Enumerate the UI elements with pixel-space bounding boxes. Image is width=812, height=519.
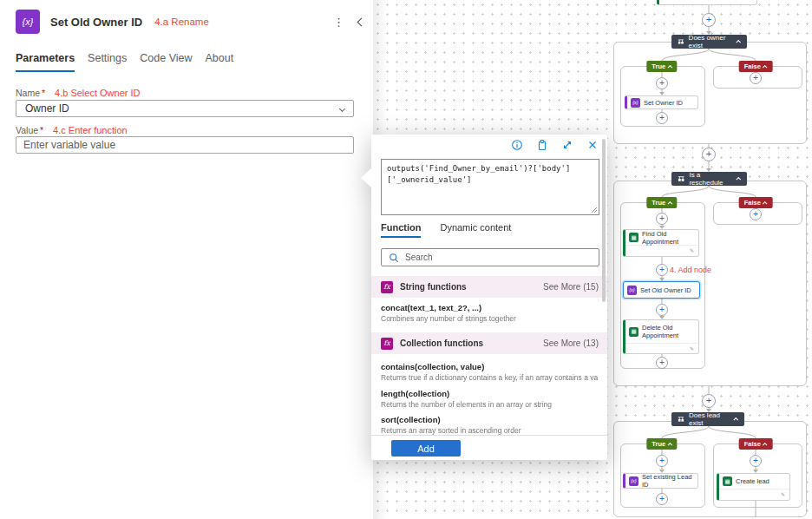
add-step-button[interactable]: + xyxy=(750,455,762,467)
collapse-icon[interactable] xyxy=(668,443,672,447)
add-step-button[interactable]: + xyxy=(656,304,668,316)
collapse-icon[interactable] xyxy=(668,201,672,206)
collapse-icon[interactable] xyxy=(763,65,767,69)
node-set-existing-lead-id[interactable]: {x}Set existing Lead ID xyxy=(623,473,698,489)
variable-icon: {x} xyxy=(629,476,638,486)
group-collection-functions[interactable]: fx Collection functions See More (13) xyxy=(371,332,607,354)
see-more-link[interactable]: See More (15) xyxy=(543,282,599,292)
function-item-concat[interactable]: concat(text_1, text_2?, ...) Combines an… xyxy=(381,303,598,323)
true-branch-badge[interactable]: True xyxy=(646,61,677,72)
collapse-icon[interactable] xyxy=(668,65,672,69)
clipboard-icon[interactable] xyxy=(536,139,548,151)
dataverse-icon: ▦ xyxy=(629,327,638,337)
collapse-panel-icon[interactable] xyxy=(357,17,366,26)
condition-node-is-a-reschedule[interactable]: Is a reschedule xyxy=(671,172,747,186)
collapse-icon[interactable] xyxy=(737,177,742,182)
add-step-button[interactable]: + xyxy=(656,112,668,124)
popup-footer-divider xyxy=(371,435,607,436)
node-label: Set Owner ID xyxy=(644,99,683,107)
add-step-button[interactable]: + xyxy=(656,455,668,467)
dataverse-icon: ▦ xyxy=(629,233,638,242)
add-step-button[interactable]: + xyxy=(656,264,668,276)
panel-header: {x} Set Old Owner ID 4.a Rename ⋮ xyxy=(16,9,364,35)
action-parameters-panel: {x} Set Old Owner ID 4.a Rename ⋮ Parame… xyxy=(0,0,373,519)
expression-line: ['_ownerid_value'] xyxy=(387,174,593,186)
collapse-icon[interactable] xyxy=(734,417,738,422)
function-item-length[interactable]: length(collection) Returns the number of… xyxy=(381,389,598,409)
add-step-button[interactable]: + xyxy=(656,213,668,225)
name-dropdown[interactable]: Owner ID xyxy=(16,100,354,117)
condition-node-does-owner-exist[interactable]: Does owner exist xyxy=(671,35,747,49)
add-step-button[interactable]: + xyxy=(702,13,716,27)
note-icon: ✎ xyxy=(690,345,694,351)
close-icon[interactable] xyxy=(586,139,599,151)
info-icon[interactable] xyxy=(511,139,523,151)
tab-settings[interactable]: Settings xyxy=(88,52,127,72)
true-branch-badge[interactable]: True xyxy=(646,438,677,450)
node-delete-old-appointment[interactable]: ▦Delete Old Appointment ✎ xyxy=(623,319,699,354)
collapse-icon[interactable] xyxy=(737,40,741,44)
condition-node-does-lead-exist[interactable]: Does lead exist xyxy=(671,412,744,426)
condition-label: Does owner exist xyxy=(689,34,734,49)
value-field-label: Value* 4.c Enter function xyxy=(16,125,128,135)
resize-handle-icon[interactable] xyxy=(591,207,598,214)
true-branch-badge[interactable]: True xyxy=(646,197,677,208)
add-step-button[interactable]: + xyxy=(750,208,762,220)
fx-icon: fx xyxy=(381,338,393,350)
more-options-icon[interactable]: ⋮ xyxy=(333,16,344,29)
name-dropdown-value: Owner ID xyxy=(25,102,69,115)
add-step-button[interactable]: + xyxy=(702,394,716,408)
panel-tabs: Parameters Settings Code View About xyxy=(16,52,233,72)
node-find-old-appointment[interactable]: ▦Find Old Appointment ✎ xyxy=(623,229,699,257)
expand-icon[interactable] xyxy=(561,139,573,151)
function-search-box[interactable] xyxy=(381,248,599,266)
chevron-down-icon xyxy=(339,105,345,111)
node-set-old-owner-id[interactable]: {x}Set Old Owner ID xyxy=(623,281,700,299)
annotation-rename: 4.a Rename xyxy=(154,16,209,27)
add-step-button[interactable]: + xyxy=(656,357,668,369)
add-step-button[interactable]: + xyxy=(656,493,668,505)
note-icon: ✎ xyxy=(781,491,785,497)
expression-tabs: Function Dynamic content xyxy=(381,222,511,238)
tab-dynamic-content[interactable]: Dynamic content xyxy=(440,222,511,238)
see-more-link[interactable]: See More (13) xyxy=(543,338,599,348)
node-set-owner-id[interactable]: {x}Set Owner ID xyxy=(625,95,698,109)
name-field-label: Name* 4.b Select Owner ID xyxy=(16,88,140,98)
condition-icon xyxy=(678,416,684,423)
node-label: Create lead xyxy=(736,477,769,485)
add-button[interactable]: Add xyxy=(391,440,461,457)
popup-callout-arrow xyxy=(361,168,372,188)
false-branch-badge[interactable]: False xyxy=(739,197,773,208)
add-step-button[interactable]: + xyxy=(750,72,762,84)
group-string-functions[interactable]: fx String functions See More (15) xyxy=(371,276,607,298)
expression-line: outputs('Find_Owner_by_email')?['body'] xyxy=(387,163,593,174)
variable-icon: {x} xyxy=(627,286,637,295)
page-title: Set Old Owner ID xyxy=(50,16,142,29)
node-label: Set Old Owner ID xyxy=(640,286,691,294)
node-create-lead[interactable]: ▦Create lead ✎ xyxy=(717,473,790,501)
false-branch-badge[interactable]: False xyxy=(739,438,773,450)
false-branch-badge[interactable]: False xyxy=(739,61,773,72)
required-marker: * xyxy=(40,125,43,135)
variable-icon: {x} xyxy=(631,98,640,108)
condition-label: Is a reschedule xyxy=(689,171,733,187)
annotation-add-node: 4. Add node xyxy=(670,266,711,274)
function-item-contains[interactable]: contains(collection, value) Returns true… xyxy=(381,362,598,382)
tab-code-view[interactable]: Code View xyxy=(140,52,192,72)
popup-scrollbar[interactable] xyxy=(602,139,606,302)
node-label: Set existing Lead ID xyxy=(642,473,694,489)
expression-input[interactable]: outputs('Find_Owner_by_email')?['body'] … xyxy=(381,159,599,215)
tab-function[interactable]: Function xyxy=(381,222,421,238)
add-step-button[interactable]: + xyxy=(656,77,668,89)
offscreen-top-node[interactable] xyxy=(657,0,757,5)
add-step-button[interactable]: + xyxy=(702,148,716,161)
condition-icon xyxy=(678,175,684,182)
variable-action-icon: {x} xyxy=(16,10,40,34)
value-input[interactable] xyxy=(16,136,354,154)
search-input[interactable] xyxy=(405,253,592,262)
tab-parameters[interactable]: Parameters xyxy=(16,52,75,72)
collapse-icon[interactable] xyxy=(763,443,767,447)
collapse-icon[interactable] xyxy=(763,201,767,206)
tab-about[interactable]: About xyxy=(206,52,234,72)
function-item-sort[interactable]: sort(collection) Returns an array sorted… xyxy=(381,415,598,435)
